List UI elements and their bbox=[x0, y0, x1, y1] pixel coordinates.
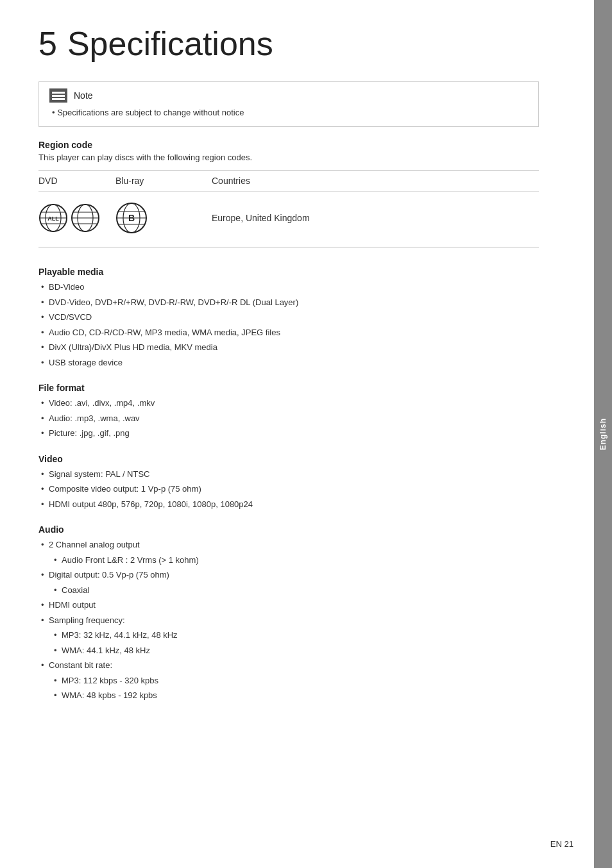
note-icon bbox=[49, 88, 67, 103]
video-section: Video Signal system: PAL / NTSC Composit… bbox=[38, 454, 539, 512]
audio-list: 2 Channel analog outputAudio Front L&R :… bbox=[38, 537, 539, 703]
note-label: Note bbox=[74, 90, 93, 101]
list-item: Audio: .mp3, .wma, .wav bbox=[38, 411, 539, 426]
playable-media-title: Playable media bbox=[38, 267, 539, 277]
list-item: BD-Video bbox=[38, 280, 539, 295]
list-item: Audio Front L&R : 2 Vrms (> 1 kohm) bbox=[38, 553, 539, 568]
region-code-title: Region code bbox=[38, 140, 539, 150]
bluray-icons: B bbox=[115, 202, 212, 234]
region-code-description: This player can play discs with the foll… bbox=[38, 153, 539, 162]
sidebar: English bbox=[594, 0, 612, 868]
region-table-body: ALL bbox=[38, 192, 539, 247]
region-table: DVD Blu-ray Countries ALL bbox=[38, 170, 539, 247]
footer-text: EN 21 bbox=[550, 839, 574, 849]
list-item: Digital output: 0.5 Vp-p (75 ohm) bbox=[38, 567, 539, 583]
page-title: Specifications bbox=[67, 25, 273, 62]
list-item: 2 Channel analog output bbox=[38, 537, 539, 553]
svg-text:B: B bbox=[128, 213, 135, 223]
list-item: Audio CD, CD-R/CD-RW, MP3 media, WMA med… bbox=[38, 325, 539, 340]
region-table-header: DVD Blu-ray Countries bbox=[38, 171, 539, 192]
chapter-heading: 5Specifications bbox=[38, 26, 539, 62]
list-item: Constant bit rate: bbox=[38, 658, 539, 673]
audio-title: Audio bbox=[38, 524, 539, 535]
bluray-b-icon: B bbox=[115, 202, 148, 234]
file-format-section: File format Video: .avi, .divx, .mp4, .m… bbox=[38, 383, 539, 441]
list-item: HDMI output 480p, 576p, 720p, 1080i, 108… bbox=[38, 497, 539, 512]
sidebar-label: English bbox=[599, 418, 608, 450]
list-item: Sampling frequency: bbox=[38, 613, 539, 628]
list-item: USB storage device bbox=[38, 355, 539, 371]
file-format-title: File format bbox=[38, 383, 539, 393]
dvd-globe-icon bbox=[71, 203, 100, 233]
page-content: 5Specifications Note • Specifications ar… bbox=[0, 0, 577, 744]
list-item: Signal system: PAL / NTSC bbox=[38, 467, 539, 482]
file-format-list: Video: .avi, .divx, .mp4, .mkv Audio: .m… bbox=[38, 396, 539, 441]
list-item: DivX (Ultra)/DivX Plus HD media, MKV med… bbox=[38, 340, 539, 355]
list-item: DVD-Video, DVD+R/+RW, DVD-R/-RW, DVD+R/-… bbox=[38, 295, 539, 310]
note-content: • Specifications are subject to change w… bbox=[49, 108, 528, 117]
col-bluray: Blu-ray bbox=[115, 176, 212, 186]
list-item: Picture: .jpg, .gif, .png bbox=[38, 426, 539, 441]
countries-text: Europe, United Kingdom bbox=[212, 213, 310, 223]
video-list: Signal system: PAL / NTSC Composite vide… bbox=[38, 467, 539, 512]
audio-section: Audio 2 Channel analog outputAudio Front… bbox=[38, 524, 539, 703]
list-item: MP3: 112 kbps - 320 kpbs bbox=[38, 673, 539, 689]
col-countries: Countries bbox=[212, 176, 250, 186]
list-item: Video: .avi, .divx, .mp4, .mkv bbox=[38, 396, 539, 411]
video-title: Video bbox=[38, 454, 539, 464]
dvd-all-icon: ALL bbox=[38, 203, 68, 233]
note-box: Note • Specifications are subject to cha… bbox=[38, 81, 539, 127]
note-header: Note bbox=[49, 88, 528, 103]
list-item: VCD/SVCD bbox=[38, 310, 539, 325]
list-item: WMA: 44.1 kHz, 48 kHz bbox=[38, 643, 539, 658]
dvd-icons: ALL bbox=[38, 203, 115, 233]
list-item: WMA: 48 kpbs - 192 kpbs bbox=[38, 688, 539, 703]
list-item: Composite video output: 1 Vp-p (75 ohm) bbox=[38, 481, 539, 497]
list-item: HDMI output bbox=[38, 597, 539, 613]
playable-media-list: BD-Video DVD-Video, DVD+R/+RW, DVD-R/-RW… bbox=[38, 280, 539, 370]
list-item: MP3: 32 kHz, 44.1 kHz, 48 kHz bbox=[38, 628, 539, 643]
playable-media-section: Playable media BD-Video DVD-Video, DVD+R… bbox=[38, 267, 539, 370]
note-item-1: • Specifications are subject to change w… bbox=[52, 108, 244, 117]
chapter-number: 5 bbox=[38, 25, 57, 62]
col-dvd: DVD bbox=[38, 176, 115, 186]
svg-text:ALL: ALL bbox=[47, 215, 59, 222]
list-item: Coaxial bbox=[38, 583, 539, 598]
page-footer: EN 21 bbox=[550, 839, 574, 849]
region-countries-value: Europe, United Kingdom bbox=[212, 213, 310, 223]
region-code-section: Region code This player can play discs w… bbox=[38, 140, 539, 247]
